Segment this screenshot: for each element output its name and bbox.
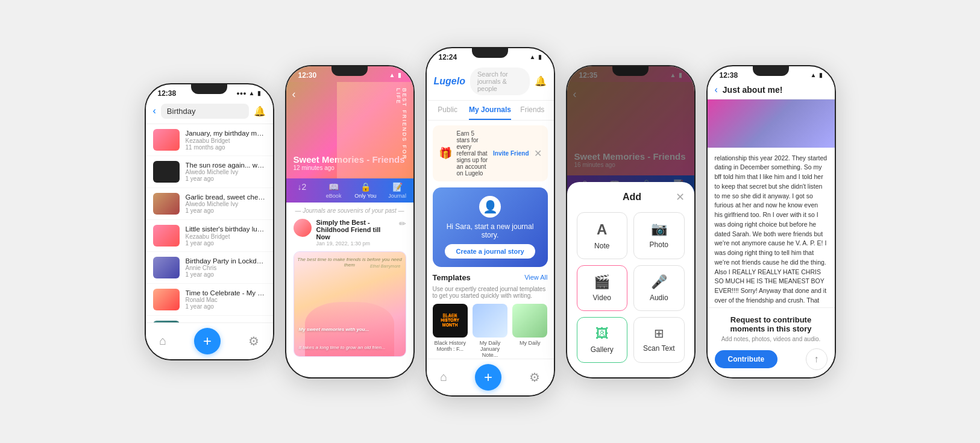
tab-myjournals[interactable]: My Journals (469, 101, 511, 120)
phone-1: 12:38 ●●● ▲ ▮ ‹ Birthday 🔔 January, my b… (145, 83, 274, 360)
status-icons-5: ▲ ▮ (811, 72, 823, 78)
card-quote2: My sweet memories with you... (299, 327, 369, 332)
gallery-icon: 🖼 (595, 326, 609, 342)
entry-date-2: Jan 19, 2022, 1:30 pm (316, 240, 394, 247)
list-item[interactable]: Birthday Party in Lockdown M... Annie Ch… (146, 252, 273, 284)
share-button[interactable]: ↑ (806, 348, 828, 370)
home-icon[interactable]: ⌂ (159, 334, 166, 348)
audio-icon: 🎤 (651, 274, 667, 290)
contribute-button[interactable]: Contribute (715, 350, 778, 368)
wifi-icon-2: ▲ (389, 72, 395, 78)
journal-hero: ‹ Sweet Memories - Friends 12 minutes ag… (286, 82, 413, 178)
template-label-january: My Daily January Note... (473, 340, 507, 358)
settings-icon[interactable]: ⚙ (248, 334, 259, 348)
phones-container: 12:38 ●●● ▲ ▮ ‹ Birthday 🔔 January, my b… (133, 35, 848, 409)
item-date: 1 year ago (186, 207, 266, 214)
add-note-option[interactable]: A Note (577, 212, 628, 259)
item-info: Birthday Party in Lockdown M... Annie Ch… (186, 257, 266, 278)
template-daily[interactable]: My Daily (512, 304, 547, 358)
tab-ebook[interactable]: 📖eBook (318, 182, 350, 199)
back-button-5[interactable]: ‹ (715, 84, 718, 95)
add-modal-overlay[interactable]: Add ✕ A Note 📷 Photo 🎬 (567, 66, 694, 377)
list-item[interactable]: Little sister's birthday lunch 😍 Kezaabu… (146, 220, 273, 252)
add-audio-option[interactable]: 🎤 Audio (633, 265, 685, 311)
status-icons-3: ▲ ▮ (530, 54, 542, 60)
modal-close-icon[interactable]: ✕ (676, 190, 685, 204)
photo-icon: 📷 (651, 221, 667, 237)
phone-3: 12:24 ▲ ▮ Lugelo Search for journals & p… (426, 47, 555, 397)
contribute-title: Request to contribute moments in this st… (715, 315, 828, 333)
settings-icon-3[interactable]: ⚙ (529, 370, 540, 385)
referral-banner: 🎁 Earn 5 stars for every referral that s… (433, 125, 548, 181)
entry-avatar-2 (294, 219, 312, 237)
add-video-option[interactable]: 🎬 Video (577, 265, 628, 311)
wifi-icon-5: ▲ (811, 72, 817, 78)
journal-entry-2[interactable]: Simply the Best - Childhood Friend till … (294, 219, 406, 247)
item-info: Little sister's birthday lunch 😍 Kezaabu… (186, 225, 266, 247)
item-date: 1 year ago (186, 240, 266, 247)
item-info: The sun rose again... well, I h... Alwed… (186, 162, 266, 182)
add-fab[interactable]: + (194, 328, 221, 354)
new-story-card: 👤 Hi Sara, start a new journal story. Cr… (433, 187, 548, 267)
add-fab-3[interactable]: + (475, 364, 501, 391)
journal-tabs-2: ↓2 📖eBook 🔒Only You 📝Journal (286, 178, 413, 203)
referral-text: Earn 5 stars for every referral that sig… (457, 130, 489, 177)
view-all-link[interactable]: View All (524, 274, 547, 281)
tab-sort[interactable]: ↓2 (286, 182, 318, 199)
close-banner-icon[interactable]: ✕ (534, 148, 542, 159)
add-photo-option[interactable]: 📷 Photo (633, 212, 685, 259)
tab-onlyyou[interactable]: 🔒Only You (350, 182, 382, 199)
list-item[interactable]: Crazy Birthday Memoires Kirungi Brendaly… (146, 316, 273, 322)
global-search[interactable]: Search for journals & people (470, 68, 530, 95)
item-thumbnail (153, 257, 180, 278)
wifi-icon-3: ▲ (530, 54, 536, 60)
tab-journal[interactable]: 📝Journal (382, 182, 413, 199)
back-button[interactable]: ‹ (153, 105, 156, 116)
add-scantext-option[interactable]: ⊞ Scan Text (633, 317, 685, 363)
search-input[interactable]: Birthday (161, 104, 249, 119)
tab-friends[interactable]: Friends (511, 101, 553, 120)
list-item[interactable]: January, my birthday month 😍 Kezaabu Bri… (146, 124, 273, 156)
journal-list: January, my birthday month 😍 Kezaabu Bri… (146, 124, 273, 322)
add-gallery-option[interactable]: 🖼 Gallery (577, 317, 628, 363)
modal-header: Add ✕ (577, 190, 685, 204)
bell-icon-3[interactable]: 🔔 (535, 75, 547, 87)
photo-label: Photo (650, 240, 668, 249)
story-header: ‹ Just about me! (708, 82, 835, 99)
list-item[interactable]: Garlic bread, sweet cheeses a... Alwedo … (146, 188, 273, 220)
item-author: Ronald Mac (186, 297, 266, 303)
item-date: 1 year ago (186, 303, 266, 310)
create-story-button[interactable]: Create a journal story (445, 244, 535, 259)
item-title: Little sister's birthday lunch 😍 (186, 225, 266, 233)
battery-icon: ▮ (257, 90, 261, 96)
video-icon: 🎬 (594, 274, 610, 290)
back-button-2[interactable]: ‹ (292, 88, 296, 101)
item-info: Garlic bread, sweet cheeses a... Alwedo … (186, 193, 266, 214)
list-item[interactable]: The sun rose again... well, I h... Alwed… (146, 156, 273, 188)
phone-2: 12:30 ▲ ▮ ‹ Sweet Memories - Friends 12 … (285, 65, 415, 379)
templates-header: Templates View All (433, 273, 548, 282)
item-thumbnail (153, 193, 180, 215)
notification-bell-icon[interactable]: 🔔 (254, 105, 266, 117)
contribute-actions: Contribute ↑ (715, 348, 828, 370)
time-1: 12:38 (158, 89, 177, 98)
entry-info-2: Simply the Best - Childhood Friend till … (316, 219, 394, 247)
list-item[interactable]: Time to Celebrate - My Son's... Ronald M… (146, 284, 273, 316)
status-icons-2: ▲ ▮ (389, 72, 401, 78)
template-thumb-bhm: BLACK HISTORY MONTH (433, 304, 468, 338)
tab-public[interactable]: Public (427, 101, 469, 120)
templates-description: Use our expertly created journal templat… (433, 286, 548, 299)
time-3: 12:24 (439, 53, 457, 61)
journal-card[interactable]: The best time to make friends is before … (294, 251, 406, 357)
notch-5 (753, 66, 789, 76)
item-date: 1 year ago (186, 175, 266, 182)
invite-link[interactable]: Invite Friend (493, 150, 529, 157)
edit-icon[interactable]: ✏ (399, 219, 406, 228)
phone-4: 12:35 ▲ ▮ ‹ Sweet Memories - Friends 16 … (566, 65, 696, 379)
home-icon-3[interactable]: ⌂ (440, 370, 447, 384)
item-info: Time to Celebrate - My Son's... Ronald M… (186, 289, 266, 310)
item-author: Annie Chris (186, 265, 266, 271)
template-january[interactable]: My Daily January Note... (473, 304, 507, 358)
wifi-icon: ▲ (249, 90, 255, 96)
template-bhm[interactable]: BLACK HISTORY MONTH Black History Month … (433, 304, 468, 358)
